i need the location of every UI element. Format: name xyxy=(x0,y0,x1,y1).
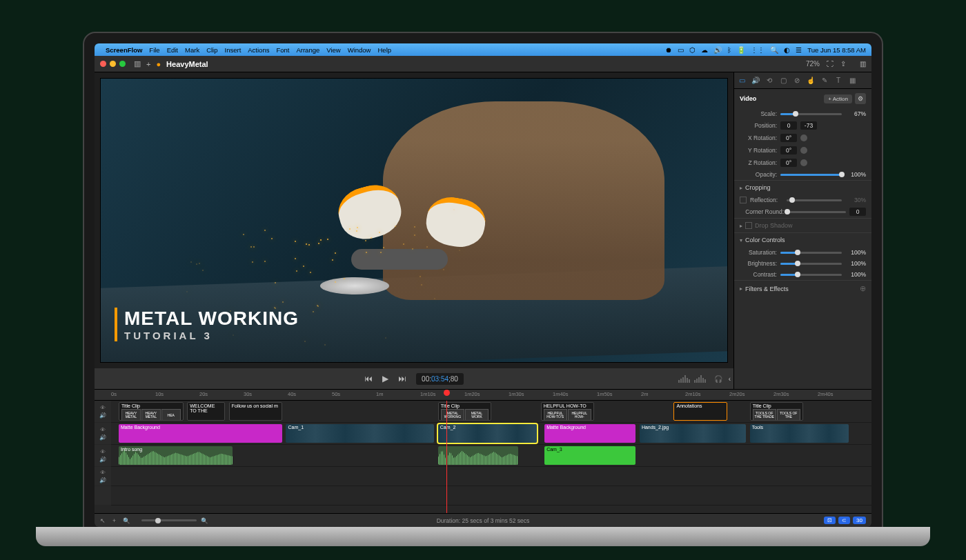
timeline-clip[interactable]: Matte Background xyxy=(544,424,635,443)
track-visibility-icon[interactable]: 👁 xyxy=(100,449,106,455)
track-audio-icon[interactable]: 🔊 xyxy=(99,412,106,419)
track-visibility-icon[interactable]: 👁 xyxy=(100,427,106,433)
snap-badge-icon[interactable]: ⊡ xyxy=(824,517,836,524)
share-icon[interactable]: ⇪ xyxy=(840,60,846,68)
x-rotation-dial[interactable] xyxy=(800,134,807,141)
callout-tab-icon[interactable]: ⊘ xyxy=(792,76,802,86)
crop-icon[interactable]: ⛶ xyxy=(827,60,834,68)
window-close-button[interactable] xyxy=(100,61,106,67)
record-icon[interactable]: ● xyxy=(156,60,161,68)
corner-round-slider[interactable] xyxy=(787,211,846,213)
timeline-clip[interactable]: WELCOME TO THE xyxy=(187,402,225,421)
menu-view[interactable]: View xyxy=(326,46,340,54)
timeline-clip[interactable]: Tools xyxy=(750,424,849,443)
add-track-icon[interactable]: + xyxy=(112,517,116,524)
touch-tab-icon[interactable]: ☝ xyxy=(806,76,816,86)
position-x-field[interactable]: 0 xyxy=(780,121,797,130)
menu-file[interactable]: File xyxy=(149,46,159,54)
corner-round-value[interactable]: 0 xyxy=(849,208,866,216)
brightness-slider[interactable] xyxy=(780,263,842,265)
dropbox-tray-icon[interactable]: ⬡ xyxy=(689,46,696,54)
timecode-display[interactable]: 00:03:54;80 xyxy=(416,373,464,385)
track-audio-icon[interactable]: 🔊 xyxy=(99,434,106,441)
timeline-clip[interactable] xyxy=(438,446,518,465)
inspector-gear-icon[interactable]: ⚙ xyxy=(855,93,866,104)
playhead[interactable] xyxy=(446,401,447,513)
app-menu[interactable]: ScreenFlow xyxy=(106,46,142,54)
pointer-tool-icon[interactable]: ↖ xyxy=(100,517,106,524)
add-media-icon[interactable]: + xyxy=(146,60,150,68)
skip-forward-button[interactable]: ⏭ xyxy=(398,374,406,383)
reflection-checkbox[interactable] xyxy=(740,197,747,203)
window-minimize-button[interactable] xyxy=(110,61,116,67)
cropping-section[interactable]: ▸Cropping xyxy=(734,180,871,194)
magnet-badge-icon[interactable]: ⊂ xyxy=(838,517,850,524)
wifi-tray-icon[interactable]: ⋮⋮ xyxy=(751,46,765,54)
search-tray-icon[interactable]: 🔍 xyxy=(770,46,778,54)
x-rotation-field[interactable]: 0° xyxy=(780,134,797,142)
headphone-icon[interactable]: 🎧 xyxy=(714,375,722,383)
media-tab-icon[interactable]: ▦ xyxy=(847,76,857,86)
volume-tray-icon[interactable]: 🔊 xyxy=(713,46,722,54)
screen-tab-icon[interactable]: ▢ xyxy=(778,76,788,86)
position-y-field[interactable]: -73 xyxy=(800,121,817,130)
skip-back-button[interactable]: ⏮ xyxy=(364,374,373,383)
menu-window[interactable]: Window xyxy=(348,46,371,54)
collapse-icon[interactable]: ‹ xyxy=(729,375,731,383)
menubar-clock[interactable]: Tue Jun 15 8:58 AM xyxy=(807,46,866,54)
audio-tab-icon[interactable]: 🔊 xyxy=(751,76,760,86)
menu-insert[interactable]: Insert xyxy=(225,46,241,54)
motion-tab-icon[interactable]: ⟲ xyxy=(765,76,774,86)
display-tray-icon[interactable]: ▭ xyxy=(678,46,684,54)
menu-mark[interactable]: Mark xyxy=(185,46,199,54)
add-filter-icon[interactable]: ⊕ xyxy=(860,284,866,293)
timeline-clip[interactable]: Title ClipHEAVY METALHEAVY METALHEA xyxy=(119,402,184,421)
zoom-out-icon[interactable]: 🔍 xyxy=(123,517,130,524)
opacity-slider[interactable] xyxy=(780,174,842,176)
contrast-slider[interactable] xyxy=(780,274,842,276)
control-center-tray-icon[interactable]: ☰ xyxy=(796,46,802,54)
text-tab-icon[interactable]: T xyxy=(834,76,843,86)
timeline-clip[interactable]: Hands_2.jpg xyxy=(640,424,746,443)
timeline-clip[interactable]: Cam_3 xyxy=(544,446,635,465)
timeline-clip[interactable]: Title ClipTOOLS OF THE TRADETOOLS OF THE xyxy=(750,402,803,421)
preview-canvas[interactable]: METAL WORKING TUTORIAL 3 xyxy=(100,78,728,363)
y-rotation-field[interactable]: 0° xyxy=(780,146,797,154)
menu-arrange[interactable]: Arrange xyxy=(296,46,319,54)
window-maximize-button[interactable] xyxy=(119,61,126,67)
panel-toggle-icon[interactable]: ▥ xyxy=(860,60,866,68)
fps-badge[interactable]: 30 xyxy=(853,517,866,524)
timeline-zoom-slider[interactable] xyxy=(141,519,197,521)
menu-clip[interactable]: Clip xyxy=(206,46,217,54)
track-visibility-icon[interactable]: 👁 xyxy=(100,405,106,411)
add-action-button[interactable]: + Action xyxy=(824,94,852,103)
play-button[interactable]: ▶ xyxy=(382,374,388,383)
timeline-clip[interactable]: Annotations xyxy=(673,402,727,421)
color-controls-section[interactable]: ▾Color Controls xyxy=(734,232,871,247)
timeline-clip[interactable]: Intro song xyxy=(119,446,233,465)
z-rotation-dial[interactable] xyxy=(800,159,807,166)
battery-tray-icon[interactable]: 🔋 xyxy=(737,46,745,54)
annotation-tab-icon[interactable]: ✎ xyxy=(820,76,829,86)
timeline-clip[interactable]: Follow us on social m xyxy=(229,402,282,421)
track-audio-icon[interactable]: 🔊 xyxy=(99,477,106,483)
menu-edit[interactable]: Edit xyxy=(167,46,178,54)
timeline-clip[interactable]: Cam_1 xyxy=(286,424,434,443)
drop-shadow-checkbox[interactable] xyxy=(745,222,752,229)
saturation-slider[interactable] xyxy=(780,252,842,254)
cloud-tray-icon[interactable]: ☁ xyxy=(701,46,708,54)
reflection-slider[interactable] xyxy=(787,199,842,201)
zoom-in-icon[interactable]: 🔍 xyxy=(201,517,208,524)
camera-tray-icon[interactable]: ⏺ xyxy=(665,46,672,54)
timeline-clip[interactable]: HELPFUL HOW-TOHELPFUL HOW-TO'SHELPFUL HO… xyxy=(541,402,594,421)
timeline-ruler[interactable]: 0s10s20s30s40s50s1m1m10s1m20s1m30s1m40s1… xyxy=(95,390,871,401)
drop-shadow-section[interactable]: ▸Drop Shadow xyxy=(734,218,871,232)
video-tab-icon[interactable]: ▭ xyxy=(737,76,747,86)
track-audio-icon[interactable]: 🔊 xyxy=(99,457,106,463)
menu-actions[interactable]: Actions xyxy=(248,46,269,54)
menu-font[interactable]: Font xyxy=(276,46,289,54)
scale-slider[interactable] xyxy=(780,113,842,115)
filters-effects-section[interactable]: ▸Filters & Effects⊕ xyxy=(734,280,871,297)
timeline-clip[interactable]: Cam_2 xyxy=(438,424,537,443)
track-visibility-icon[interactable]: 👁 xyxy=(100,470,106,476)
